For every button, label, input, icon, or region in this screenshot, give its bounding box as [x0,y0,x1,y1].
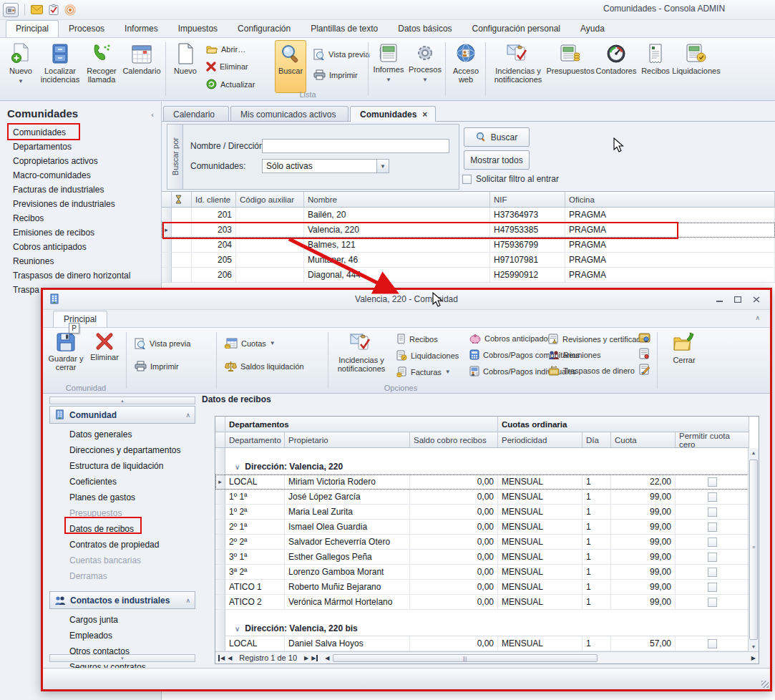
band-header-cuotas-ordinaria[interactable]: Cuotas ordinaria [498,417,749,432]
sidebar-item-7[interactable]: Emisiones de recibos [13,228,94,238]
receipt-row[interactable]: ▸LOCALMiriam Victoria Rodero0,00MENSUAL1… [215,475,759,490]
community-row-203[interactable]: ▸203Valencia, 220H47953385PRAGMA [162,223,775,238]
menu-tab-ayuda[interactable]: Ayuda [570,20,615,37]
column-header-saldo-cobro-recibos[interactable]: Saldo cobro recibos [410,432,498,448]
collapse-group-icon[interactable]: ∨ [235,463,240,471]
dialog-delete-button[interactable]: Eliminar [87,330,122,381]
receipt-row[interactable]: ATICO 1Roberto Muñiz Bejarano0,00MENSUAL… [215,580,759,595]
chevron-down-icon[interactable]: ▼ [376,160,389,172]
dialog-tab-principal[interactable]: Principal [53,311,107,327]
community-row-201[interactable]: 201Bailén, 20H37364973PRAGMA [162,208,775,223]
option-button-reuniones[interactable]: Reuniones [548,350,649,360]
receipt-row[interactable]: ATICO 2Verónica Mármol Hortelano0,00MENS… [215,595,759,610]
receipt-row[interactable]: 2º 1ªIsmael Olea Guardia0,00MENSUAL199,0… [215,520,759,535]
scrollbar-thumb[interactable]: ≡ [749,460,758,640]
hscroll-right-icon[interactable]: ▶ [751,655,756,661]
scroll-down-icon[interactable]: ▼ [749,644,759,649]
cuota-cero-checkbox[interactable] [708,522,717,532]
app-logo-icon[interactable] [3,3,19,17]
minimize-button[interactable] [710,293,728,306]
processes-button[interactable]: Procesos▼ [408,41,442,91]
grid-column-header-nombre[interactable]: Nombre [304,192,490,208]
preview-button[interactable]: Vista previa [313,49,369,60]
cuota-cero-checkbox[interactable] [708,583,717,592]
open-button[interactable]: Abrir… [206,44,245,54]
cuota-cero-checkbox[interactable] [708,568,717,577]
signature-doc-icon[interactable] [638,364,650,375]
dialog-preview-button[interactable]: Vista previa [135,338,190,349]
archive-box-icon[interactable] [638,332,650,344]
search-action-button[interactable]: Buscar [464,127,530,147]
save-close-button[interactable]: Guardar y cerrar [47,330,84,381]
menu-tab-configuraci-n-personal[interactable]: Configuración personal [462,20,570,37]
receipt-row[interactable]: LOCALDaniel Salva Hoyos0,00MENSUAL157,00 [215,636,759,651]
close-button[interactable] [747,293,766,306]
chevron-up-icon[interactable]: ∧ [185,412,190,419]
receipt-row[interactable]: 1º 2ªMaria Leal Zurita0,00MENSUAL199,00 [215,505,759,520]
community-row-204[interactable]: 204Balmes, 121H75936799PRAGMA [162,238,775,253]
menu-tab-plantillas-de-texto[interactable]: Plantillas de texto [301,20,388,37]
dialog-incidents-button[interactable]: Incidencias y notificaciones [332,330,391,381]
maximize-button[interactable] [728,293,747,306]
hscroll-left-icon[interactable]: ◀ [325,655,329,661]
sidebar-item-10[interactable]: Traspasos de dinero horizontal [13,271,130,281]
delete-button[interactable]: Eliminar [206,62,248,72]
sidebar-item-1[interactable]: Departamentos [13,142,72,152]
filter-on-open-checkbox[interactable] [462,175,472,184]
option-button-recibos[interactable]: Recibos [396,334,459,344]
menu-tab-impuestos[interactable]: Impuestos [168,20,228,37]
tasks-icon[interactable] [49,4,59,15]
dialog-print-button[interactable]: Imprimir [135,361,179,371]
mail-icon[interactable] [31,5,43,14]
sidebar-item-8[interactable]: Cobros anticipados [13,242,87,252]
menu-tab-principal[interactable]: Principal [6,20,59,37]
receipt-row[interactable]: 1º 1ªJosé López García0,00MENSUAL199,00 [215,490,759,505]
sidebar-item-6[interactable]: Recibos [13,213,44,223]
sidebar-item-2[interactable]: Copropietarios activos [13,156,98,166]
nav-splitter-top[interactable]: ▲ [49,397,195,404]
grid-column-header-oficina[interactable]: Oficina [565,192,775,208]
group-row-0[interactable]: ∨Dirección: Valencia, 220 [215,460,759,475]
counters-button[interactable]: Contadores [595,41,637,91]
cuotas-button[interactable]: Cuotas▼ [225,338,276,349]
menu-tab-informes[interactable]: Informes [114,20,168,37]
column-header-permitir-cuota-cero[interactable]: Permitir cuota cero [676,432,749,448]
grid-column-header-id-cliente[interactable]: Id. cliente [192,192,236,208]
nav-item-presupuestos[interactable]: Presupuestos [69,508,122,518]
nav-item-coeficientes[interactable]: Coeficientes [69,477,117,487]
scroll-up-icon[interactable]: ▲ [749,450,759,455]
search-button[interactable]: Buscar [275,40,306,93]
resize-grip[interactable] [761,681,769,688]
pick-call-button[interactable]: Recoger llamada [83,41,120,91]
name-filter-input[interactable] [262,139,449,153]
nav-item-planes-de-gastos[interactable]: Planes de gastos [69,492,135,502]
nav-item-contratos-de-propiedad[interactable]: Contratos de propiedad [69,540,159,550]
next-record-icon[interactable]: ▶ [304,655,308,661]
receipts-button[interactable]: Recibos [640,41,671,91]
nav-splitter-bottom[interactable]: ▼ [49,654,195,662]
show-all-button[interactable]: Mostrar todos [464,150,530,170]
sidebar-item-5[interactable]: Previsiones de industriales [13,199,115,209]
column-header-periodicidad[interactable]: Periodicidad [498,432,583,448]
nav-item-datos-generales[interactable]: Datos generales [69,429,132,439]
column-header-propietario[interactable]: Propietario [285,432,410,448]
nav-item-derramas[interactable]: Derramas [69,571,107,581]
liquidations-button[interactable]: Liquidaciones [673,41,720,91]
menu-tab-datos-b-sicos[interactable]: Datos básicos [388,20,462,37]
broadcast-icon[interactable] [64,4,76,16]
column-header-departamento[interactable]: Departamento [225,432,285,448]
band-header-departamentos[interactable]: Departamentos [225,417,498,432]
cuota-cero-checkbox[interactable] [708,538,717,547]
group-row-1[interactable]: ∨Dirección: Valencia, 220 bis [215,621,759,636]
ribbon-collapse-icon[interactable]: ∧ [755,314,760,321]
calendar-button[interactable]: Calendario [122,41,162,91]
communities-filter-select[interactable]: Sólo activas ▼ [262,159,389,173]
vertical-scrollbar[interactable]: ▲ ≡ ▼ [748,448,759,651]
web-access-button[interactable]: Acceso web [449,41,482,91]
dialog-close-button[interactable]: Cerrar [663,330,706,381]
nav-item-cuentas-bancarias[interactable]: Cuentas bancarias [69,555,141,565]
incidents-notifications-button[interactable]: Incidencias y notificaciones [489,41,547,91]
receipt-row[interactable]: 2º 2ªSalvador Echeverría Otero0,00MENSUA… [215,535,759,550]
receipt-row[interactable]: 3º 1ªEsther Gallegos Peña0,00MENSUAL199,… [215,550,759,565]
menu-tab-procesos[interactable]: Procesos [59,20,114,37]
